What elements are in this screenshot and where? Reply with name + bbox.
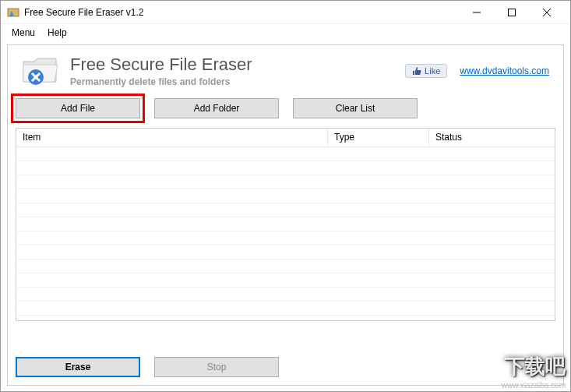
file-list[interactable]: Item Type Status [16,128,555,321]
stop-button[interactable]: Stop [154,357,279,377]
website-link[interactable]: www.dvdavitools.com [460,65,549,76]
main-panel: Free Secure File Eraser Permanently dele… [7,44,564,386]
menu-menu[interactable]: Menu [5,26,41,40]
col-status[interactable]: Status [429,129,555,147]
toolbar: Add File Add Folder Clear List [8,92,563,123]
title-block: Free Secure File Eraser Permanently dele… [70,55,405,87]
col-item[interactable]: Item [16,129,328,147]
window-title: Free Secure File Eraser v1.2 [24,7,459,18]
app-icon [7,6,19,19]
add-folder-button[interactable]: Add Folder [154,98,279,118]
minimize-button[interactable] [459,1,494,24]
list-header: Item Type Status [16,129,555,147]
menubar: Menu Help [1,24,570,41]
thumbs-up-icon [412,66,421,76]
app-title: Free Secure File Eraser [70,55,405,75]
maximize-button[interactable] [494,1,529,24]
like-button[interactable]: Like [405,64,447,78]
menu-help[interactable]: Help [41,26,73,40]
header-right: Like www.dvdavitools.com [405,64,549,78]
add-file-button[interactable]: Add File [16,98,140,118]
col-type[interactable]: Type [328,129,429,147]
folder-delete-icon [22,55,59,87]
bottom-toolbar: Erase Stop [16,357,279,377]
clear-list-button[interactable]: Clear List [293,98,418,118]
svg-rect-2 [508,9,515,16]
erase-button[interactable]: Erase [16,357,140,377]
list-body [16,147,555,321]
header: Free Secure File Eraser Permanently dele… [8,45,563,92]
titlebar: Free Secure File Eraser v1.2 [1,1,570,24]
close-button[interactable] [529,1,564,24]
like-label: Like [425,66,440,76]
app-subtitle: Permanently delete files and folders [70,76,405,87]
highlight-annotation: Add File [11,94,145,123]
